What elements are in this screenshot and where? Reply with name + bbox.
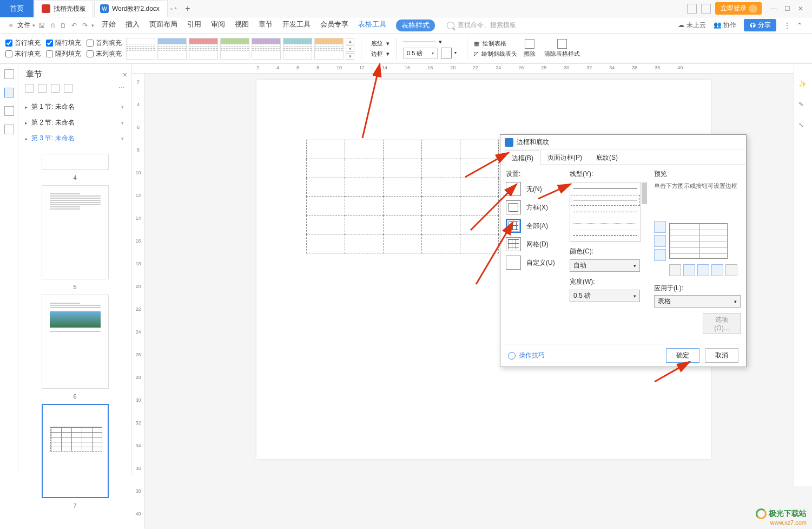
nav-item-3[interactable]: 第 3 节: 未命名▾: [18, 130, 131, 146]
gallery-more[interactable]: ▾: [346, 53, 354, 60]
nav-tool-3[interactable]: [51, 84, 60, 93]
ruler-horizontal[interactable]: 246810121416182022242628303234363840: [132, 64, 812, 74]
chk-alt-col[interactable]: 隔列填充: [46, 49, 81, 58]
dlg-tab-page-border[interactable]: 页面边框(P): [540, 150, 589, 165]
nav-tool-2[interactable]: [38, 84, 47, 93]
layout-icon[interactable]: [687, 4, 697, 14]
preview-icon[interactable]: 🗋: [59, 21, 68, 30]
file-menu[interactable]: 文件: [17, 21, 30, 30]
dlg-tab-border[interactable]: 边框(B): [505, 151, 540, 165]
draw-table-button[interactable]: ▦ 绘制表格: [474, 40, 517, 48]
close-button[interactable]: ✕: [798, 5, 803, 12]
chk-first-col[interactable]: 首列填充: [87, 38, 122, 48]
line-style-selector[interactable]: [403, 42, 435, 42]
right-tool-3[interactable]: ⤡: [798, 121, 808, 131]
pv-btn-top[interactable]: [654, 221, 666, 233]
gallery-up[interactable]: ▴: [346, 38, 354, 44]
cloud-status[interactable]: ☁ 未上云: [678, 21, 705, 30]
save-icon[interactable]: 🖫: [37, 21, 46, 30]
color-select[interactable]: 自动: [570, 259, 640, 272]
pv-btn-diag1[interactable]: [669, 264, 681, 276]
preset-none[interactable]: 无(N): [506, 182, 562, 196]
line-color-selector[interactable]: [441, 48, 452, 58]
find-icon[interactable]: [4, 125, 14, 134]
pv-btn-bottom[interactable]: [654, 249, 666, 261]
menu-insert[interactable]: 插入: [126, 19, 140, 31]
more-menu[interactable]: ⋮: [784, 22, 789, 29]
menu-table-style[interactable]: 表格样式: [396, 19, 435, 31]
shading-button[interactable]: 底纹 ▾: [368, 40, 390, 48]
nav-close-icon[interactable]: ×: [123, 70, 127, 79]
menu-developer[interactable]: 开发工具: [282, 19, 311, 31]
menu-page-layout[interactable]: 页面布局: [149, 19, 177, 31]
sections-icon[interactable]: [4, 88, 14, 97]
nav-more[interactable]: ⋯: [118, 84, 125, 93]
pv-btn-vmid[interactable]: [697, 264, 709, 276]
right-tool-2[interactable]: ✎: [798, 101, 808, 110]
right-tool-1[interactable]: ✨: [798, 80, 808, 90]
search-box[interactable]: 查找命令、搜索模板: [447, 21, 516, 30]
menu-member[interactable]: 会员专享: [320, 19, 348, 31]
gallery-down[interactable]: ▾: [346, 45, 354, 52]
tips-link[interactable]: 操作技巧: [508, 351, 545, 360]
menu-reference[interactable]: 引用: [187, 19, 201, 31]
pv-btn-left[interactable]: [683, 264, 695, 276]
eraser-button[interactable]: 擦除: [521, 39, 538, 58]
apply-select[interactable]: 表格: [654, 295, 741, 308]
maximize-button[interactable]: ☐: [784, 5, 790, 12]
apps-icon[interactable]: [701, 4, 711, 14]
redo-icon[interactable]: ↷: [81, 21, 89, 30]
line-weight-selector[interactable]: 0.5 磅: [403, 48, 438, 59]
nav-tool-1[interactable]: [25, 84, 34, 93]
thumb-page-6[interactable]: [42, 295, 109, 389]
chk-first-row[interactable]: 首行填充: [5, 38, 41, 48]
collapse-ribbon-icon[interactable]: ⌃: [797, 22, 802, 29]
document-table[interactable]: [306, 140, 499, 253]
thumb-page-4[interactable]: [42, 154, 109, 170]
preset-box[interactable]: 方框(X): [506, 200, 562, 214]
dialog-titlebar[interactable]: 边框和底纹: [500, 135, 746, 150]
tab-home[interactable]: 首页: [0, 0, 34, 17]
menu-review[interactable]: 审阅: [211, 19, 225, 31]
menu-expand-icon[interactable]: ≡: [6, 21, 15, 30]
tab-add-button[interactable]: +: [180, 0, 196, 17]
linetype-scrollbar[interactable]: [642, 182, 647, 204]
border-button[interactable]: 边框 ▾: [368, 50, 390, 58]
linetype-list[interactable]: [570, 182, 641, 241]
width-select[interactable]: 0.5 磅: [570, 290, 640, 302]
ok-button[interactable]: 确定: [666, 348, 699, 363]
pv-btn-right[interactable]: [711, 264, 723, 276]
preset-grid[interactable]: 网格(D): [506, 237, 562, 251]
login-button[interactable]: 立即登录: [715, 2, 762, 15]
preset-all[interactable]: 全部(A): [506, 219, 562, 233]
pv-btn-diag2[interactable]: [725, 264, 737, 276]
menu-start[interactable]: 开始: [102, 19, 116, 31]
tab-templates[interactable]: 找稻壳模板: [35, 1, 93, 17]
share-button[interactable]: ⮉ 分享: [744, 19, 776, 31]
nav-item-2[interactable]: 第 2 节: 未命名▾: [18, 115, 131, 130]
menu-section[interactable]: 章节: [259, 19, 273, 31]
menu-table-tools[interactable]: 表格工具: [358, 19, 386, 31]
clear-style-button[interactable]: 清除表格样式: [542, 39, 582, 58]
bookmark-icon[interactable]: [4, 106, 14, 116]
draw-diagonal-button[interactable]: ◸ 绘制斜线表头: [474, 50, 517, 58]
table-style-gallery[interactable]: ▴▾▾: [126, 38, 354, 60]
preview-table[interactable]: [669, 223, 728, 259]
minimize-button[interactable]: —: [770, 5, 777, 12]
print-icon[interactable]: ⎙: [48, 21, 57, 30]
tab-document[interactable]: W Word教程2.docx: [94, 0, 168, 17]
outline-icon[interactable]: [4, 69, 14, 79]
collab-button[interactable]: 👥 协作: [714, 21, 736, 30]
thumb-page-5[interactable]: [42, 185, 109, 279]
pv-btn-hmid[interactable]: [654, 235, 666, 247]
dlg-tab-shading[interactable]: 底纹(S): [589, 150, 625, 165]
thumb-page-7[interactable]: [42, 404, 109, 498]
preset-custom[interactable]: 自定义(U): [506, 256, 562, 270]
nav-tool-4[interactable]: [64, 84, 72, 93]
nav-item-1[interactable]: 第 1 节: 未命名▾: [18, 99, 131, 115]
chk-last-row[interactable]: 末行填充: [5, 49, 41, 58]
chk-last-col[interactable]: 末列填充: [87, 49, 122, 58]
menu-view[interactable]: 视图: [235, 19, 249, 31]
options-button[interactable]: 选项(O)...: [703, 313, 741, 334]
ruler-vertical[interactable]: 2468101214161820222426283032343638404244: [132, 74, 145, 529]
